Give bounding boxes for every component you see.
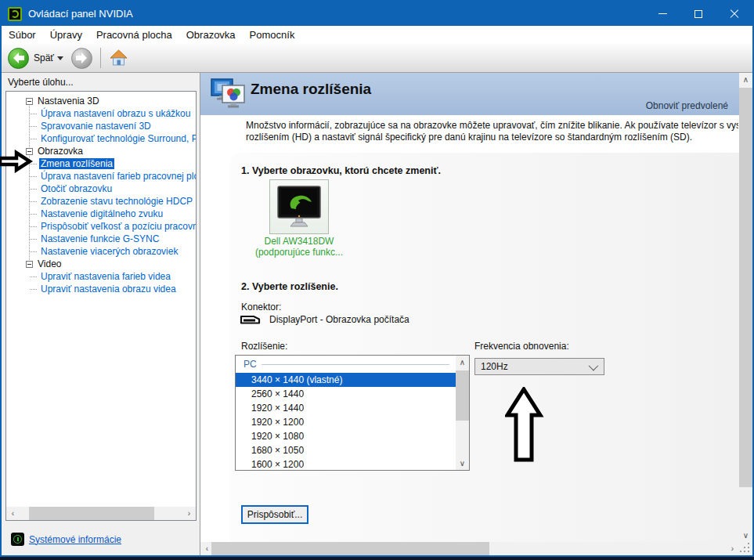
- menu-item-5[interactable]: Pomocník: [243, 29, 302, 41]
- description-line-2: rozlíšením (HD) a nastaviť signál špecif…: [246, 132, 738, 143]
- tree-group[interactable]: Video: [6, 258, 196, 270]
- tree-item-label: Zmena rozlíšenia: [39, 158, 114, 169]
- tree-branch-line: [30, 214, 37, 215]
- refresh-rate-dropdown[interactable]: 120Hz: [474, 358, 604, 375]
- minimize-button[interactable]: [644, 2, 680, 26]
- settings-panel: 1. Vyberte obrazovku, ktorú chcete zmeni…: [230, 153, 739, 542]
- collapse-icon[interactable]: [26, 148, 33, 155]
- tree-branch-line: [30, 164, 37, 164]
- tree-scroll-right-icon[interactable]: ›: [182, 507, 196, 520]
- tree-item[interactable]: Nastavenie funkcie G-SYNC: [6, 233, 196, 245]
- tree-item[interactable]: Upraviť nastavenia obrazu videa: [6, 283, 196, 295]
- resolution-label: Rozlíšenie:: [241, 341, 287, 352]
- back-arrow-icon: [13, 52, 24, 63]
- list-scroll-up-icon[interactable]: ∧: [456, 356, 469, 369]
- tree-item[interactable]: Úprava nastavení farieb pracovnej plochy: [6, 170, 196, 182]
- maximize-icon: [694, 10, 702, 18]
- tree-branch-line: [30, 126, 37, 127]
- tree-branch-line: [30, 251, 37, 252]
- tree-group[interactable]: Obrazovka: [6, 145, 196, 157]
- tree-scroll-left-icon[interactable]: ‹: [6, 507, 20, 520]
- main-scroll-down-icon[interactable]: ∨: [739, 529, 752, 542]
- task-tree: Nastavenia 3DÚprava nastavení obrazu s u…: [5, 91, 197, 521]
- menu-item-2[interactable]: Úpravy: [43, 29, 89, 41]
- resolution-option[interactable]: 1920 × 1440: [236, 401, 456, 415]
- main-vertical-scrollbar[interactable]: ∧ ∨: [739, 73, 752, 542]
- main-horizontal-scrollbar[interactable]: ‹ ›: [200, 542, 739, 555]
- tree-branch-line: [30, 176, 37, 177]
- display-name-label: Dell AW3418DW (podporujúce funkc...: [230, 236, 368, 258]
- restore-defaults-link[interactable]: Obnoviť predvolené: [646, 100, 728, 111]
- main-scroll-right-icon[interactable]: ›: [726, 542, 739, 555]
- tree-item[interactable]: Úprava nastavení obrazu s ukážkou: [6, 107, 196, 120]
- tree-item[interactable]: Zmena rozlíšenia: [6, 157, 196, 170]
- tree-horizontal-scrollbar[interactable]: ‹ ›: [6, 507, 196, 520]
- chevron-down-icon: [589, 360, 599, 370]
- nvidia-control-panel-window: Ovládací panel NVIDIA SúborÚpravyPracovn…: [0, 0, 754, 557]
- displayport-icon: [240, 315, 262, 325]
- back-button[interactable]: [8, 48, 29, 69]
- list-scroll-thumb[interactable]: [456, 370, 469, 421]
- monitor-icon: [275, 185, 323, 229]
- resolution-option[interactable]: 1600 × 1200: [236, 457, 456, 471]
- display-subtext: (podporujúce funkc...: [230, 247, 368, 258]
- resolution-option[interactable]: 2560 × 1440: [236, 387, 456, 401]
- tree-item[interactable]: Konfigurovať technológie Surround, PhysX: [6, 132, 196, 145]
- tree-item[interactable]: Prispôsobiť veľkosť a pozíciu pracovnej …: [6, 220, 196, 233]
- tree-item-label: Konfigurovať technológie Surround, PhysX: [39, 133, 197, 144]
- menu-item-1[interactable]: Súbor: [2, 29, 43, 41]
- tree-item-label: Nastavenie digitálneho zvuku: [39, 208, 164, 219]
- list-scroll-down-icon[interactable]: ∨: [456, 457, 469, 470]
- tree-scroll-thumb[interactable]: [29, 507, 154, 520]
- back-dropdown-icon[interactable]: [57, 56, 63, 60]
- tree-item-label: Otočiť obrazovku: [39, 183, 114, 194]
- tree-branch-line: [30, 289, 37, 290]
- task-sidebar: Vyberte úlohu... Nastavenia 3DÚprava nas…: [2, 73, 200, 555]
- main-hscroll-thumb[interactable]: [211, 542, 489, 555]
- tree-item[interactable]: Nastavenie digitálneho zvuku: [6, 208, 196, 220]
- tree-item-label: Nastavenie viacerých obrazoviek: [39, 246, 179, 257]
- menu-item-4[interactable]: Obrazovka: [179, 29, 243, 41]
- resolution-option[interactable]: 1920 × 1200: [236, 415, 456, 429]
- tree-item[interactable]: Nastavenie viacerých obrazoviek: [6, 245, 196, 258]
- resolution-option[interactable]: 3440 × 1440 (vlastné): [236, 373, 456, 387]
- main-vscroll-thumb[interactable]: [739, 88, 752, 487]
- tree-item[interactable]: Spravovanie nastavení 3D: [6, 120, 196, 132]
- tree-group[interactable]: Nastavenia 3D: [6, 95, 196, 107]
- collapse-icon[interactable]: [26, 261, 33, 268]
- collapse-icon[interactable]: [26, 98, 33, 105]
- menu-item-3[interactable]: Pracovná plocha: [89, 29, 179, 41]
- resolution-option[interactable]: 1680 × 1050: [236, 443, 456, 457]
- customize-button[interactable]: Prispôsobiť...: [241, 505, 308, 524]
- maximize-button[interactable]: [680, 2, 716, 26]
- tree-item-label: Úprava nastavení farieb pracovnej plochy: [39, 171, 197, 182]
- resolution-group-header: PC: [236, 356, 456, 373]
- forward-button[interactable]: [71, 48, 92, 69]
- change-resolution-icon: [210, 78, 246, 110]
- tree-branch-line: [30, 114, 37, 114]
- group-header-rule: [262, 364, 449, 365]
- tree-item[interactable]: Zobrazenie stavu technológie HDCP: [6, 195, 196, 208]
- resize-grip[interactable]: [739, 542, 752, 555]
- close-button[interactable]: [716, 2, 752, 26]
- tree-item[interactable]: Otočiť obrazovku: [6, 182, 196, 195]
- refresh-rate-value: 120Hz: [475, 361, 589, 372]
- system-information-link[interactable]: Systémové informácie: [11, 533, 121, 546]
- resolution-list-scrollbar[interactable]: ∧ ∨: [456, 356, 469, 470]
- main-content: Zmena rozlíšenia Obnoviť predvolené Množ…: [200, 73, 752, 555]
- page-description: Množstvo informácií, zobrazujúce sa na o…: [246, 120, 738, 146]
- display-select-item[interactable]: [269, 179, 329, 234]
- tree-item[interactable]: Upraviť nastavenia farieb videa: [6, 270, 196, 283]
- home-button[interactable]: [109, 49, 128, 67]
- resolution-group-label: PC: [244, 359, 257, 370]
- tree-branch-line: [30, 139, 37, 139]
- main-scroll-up-icon[interactable]: ∧: [739, 73, 752, 86]
- tree-item-label: Nastavenie funkcie G-SYNC: [39, 233, 161, 244]
- tree-item-label: Nastavenia 3D: [36, 96, 101, 107]
- tree-item-label: Zobrazenie stavu technológie HDCP: [39, 196, 194, 207]
- tree-branch-line: [30, 201, 37, 202]
- customize-button-label: Prispôsobiť...: [247, 509, 303, 520]
- tree-branch-line: [30, 276, 37, 277]
- tree-branch-line: [30, 189, 37, 190]
- resolution-option[interactable]: 1920 × 1080: [236, 429, 456, 443]
